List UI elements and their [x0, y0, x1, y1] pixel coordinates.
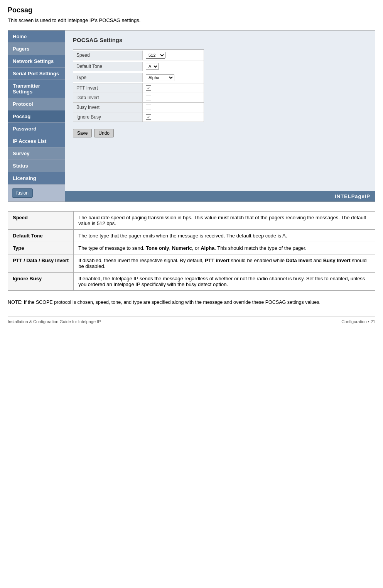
value-type: Alpha Numeric Tone only [143, 72, 177, 83]
fusion-button[interactable]: fusion [12, 188, 33, 198]
form-buttons: Save Undo [73, 129, 367, 137]
sidebar-item-status[interactable]: Status [8, 160, 65, 172]
sidebar-item-licensing[interactable]: Licensing [8, 172, 65, 185]
settings-row-ignore-busy: Ignore Busy [73, 112, 204, 122]
settings-row-type: Type Alpha Numeric Tone only [73, 72, 204, 83]
sidebar-item-network-settings[interactable]: Network Settings [8, 55, 65, 68]
value-busy-invert [143, 103, 154, 112]
value-speed: 512 1200 2400 [143, 50, 169, 61]
settings-row-default-tone: Default Tone A B C D [73, 61, 204, 72]
sidebar-item-protocol[interactable]: Protocol [8, 98, 65, 110]
ui-panel: Home Pagers Network Settings Serial Port… [8, 30, 375, 202]
value-data-invert [143, 93, 154, 102]
desc-def-type: The type of message to send. Tone only, … [74, 242, 375, 254]
desc-row-speed: Speed The baud rate speed of paging tran… [8, 212, 375, 230]
desc-def-speed: The baud rate speed of paging transmissi… [74, 212, 375, 230]
undo-button[interactable]: Undo [94, 129, 114, 137]
desc-row-ignore-busy: Ignore Busy If enabled, the Intelpage IP… [8, 273, 375, 291]
footer-left: Installation & Configuration Guide for I… [8, 319, 101, 324]
value-ignore-busy [143, 112, 154, 122]
sidebar-item-survey[interactable]: Survey [8, 147, 65, 160]
page-footer: Installation & Configuration Guide for I… [8, 317, 375, 324]
sidebar-item-pagers[interactable]: Pagers [8, 43, 65, 55]
value-default-tone: A B C D [143, 61, 162, 72]
desc-term-ptt-data-busy-invert: PTT / Data / Busy Invert [8, 254, 74, 273]
ignore-busy-checkbox[interactable] [146, 114, 151, 120]
main-content-area: POCSAG Settings Speed 512 1200 2400 [65, 31, 375, 191]
sidebar-item-ip-access-list[interactable]: IP Access List [8, 135, 65, 147]
label-default-tone: Default Tone [73, 62, 143, 71]
desc-term-default-tone: Default Tone [8, 230, 74, 242]
desc-row-ptt-data-busy-invert: PTT / Data / Busy Invert If disabled, th… [8, 254, 375, 273]
busy-invert-checkbox[interactable] [146, 105, 151, 110]
sidebar-item-serial-port-settings[interactable]: Serial Port Settings [8, 68, 65, 80]
type-select[interactable]: Alpha Numeric Tone only [146, 74, 174, 81]
desc-row-default-tone: Default Tone The tone type that the page… [8, 230, 375, 242]
settings-row-ptt-invert: PTT Invert [73, 83, 204, 93]
desc-def-ptt-data-busy-invert: If disabled, these invert the respective… [74, 254, 375, 273]
desc-term-speed: Speed [8, 212, 74, 230]
default-tone-select[interactable]: A B C D [146, 63, 159, 70]
desc-term-type: Type [8, 242, 74, 254]
desc-def-default-tone: The tone type that the pager emits when … [74, 230, 375, 242]
sidebar-item-password[interactable]: Password [8, 123, 65, 135]
label-type: Type [73, 73, 143, 82]
desc-term-ignore-busy: Ignore Busy [8, 273, 74, 291]
sidebar-bottom: fusion [8, 185, 65, 202]
sidebar-item-home[interactable]: Home [8, 31, 65, 43]
footer-right: Configuration • 21 [341, 319, 375, 324]
speed-select[interactable]: 512 1200 2400 [146, 52, 165, 59]
save-button[interactable]: Save [73, 129, 92, 137]
ptt-invert-checkbox[interactable] [146, 85, 151, 91]
label-ignore-busy: Ignore Busy [73, 112, 143, 122]
settings-form: Speed 512 1200 2400 Default Tone [73, 49, 204, 122]
label-data-invert: Data Invert [73, 93, 143, 102]
settings-row-data-invert: Data Invert [73, 93, 204, 103]
page-title: Pocsag [8, 6, 375, 14]
desc-def-ignore-busy: If enabled, the Intelpage IP sends the m… [74, 273, 375, 291]
settings-row-speed: Speed 512 1200 2400 [73, 50, 204, 61]
description-table: Speed The baud rate speed of paging tran… [8, 211, 375, 291]
label-speed: Speed [73, 51, 143, 60]
desc-row-type: Type The type of message to send. Tone o… [8, 242, 375, 254]
settings-row-busy-invert: Busy Invert [73, 103, 204, 112]
label-busy-invert: Busy Invert [73, 103, 143, 112]
note-text: NOTE: If the SCOPE protocol is chosen, s… [8, 297, 375, 305]
label-ptt-invert: PTT Invert [73, 83, 143, 93]
content-header: POCSAG Settings [73, 37, 367, 43]
page-description: This screen is used to edit Intelpage IP… [8, 17, 375, 23]
sidebar: Home Pagers Network Settings Serial Port… [8, 31, 65, 202]
data-invert-checkbox[interactable] [146, 95, 151, 100]
value-ptt-invert [143, 83, 154, 93]
branding-bar: INTELPageIP [65, 191, 375, 202]
sidebar-item-pocsag[interactable]: Pocsag [8, 110, 65, 123]
sidebar-item-transmitter-settings[interactable]: Transmitter Settings [8, 80, 65, 98]
